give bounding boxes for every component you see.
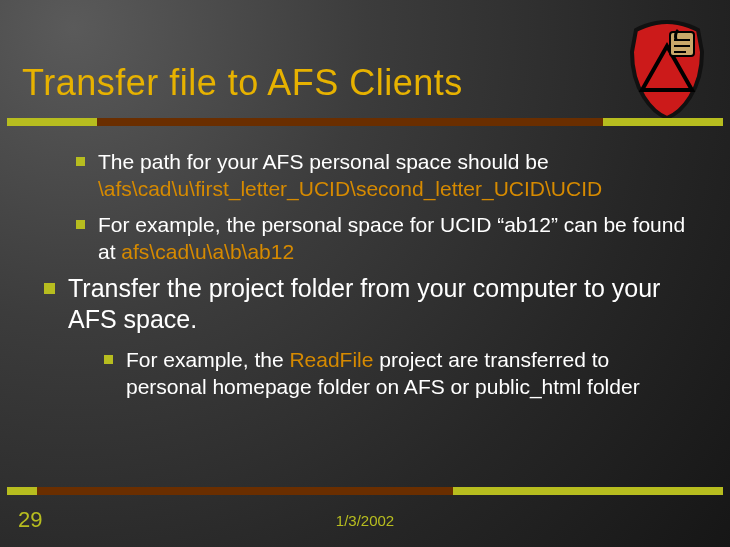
content-area: The path for your AFS personal space sho… [40,148,690,410]
bullet-text: Transfer the project folder from your co… [68,274,660,333]
afs-path-example: afs\cad\u\a\b\ab12 [121,240,294,263]
list-item: For example, the personal space for UCID… [74,211,690,266]
project-name: ReadFile [289,348,373,371]
slide: Transfer file to AFS Clients The path fo… [0,0,730,547]
list-item: The path for your AFS personal space sho… [74,148,690,203]
bullet-text: For example, the [126,348,289,371]
list-item: Transfer the project folder from your co… [40,273,690,400]
afs-path: \afs\cad\u\first_letter_UCID\second_lett… [98,177,602,200]
slide-title: Transfer file to AFS Clients [22,62,463,104]
shield-icon [626,18,708,120]
sub-bullets-upper: The path for your AFS personal space sho… [74,148,690,265]
slide-date: 1/3/2002 [0,512,730,529]
list-item: For example, the ReadFile project are tr… [102,346,690,401]
bullet-text: The path for your AFS personal space sho… [98,150,549,173]
divider-bottom [7,487,723,495]
sub-bullets-lower: For example, the ReadFile project are tr… [102,346,690,401]
main-bullets: Transfer the project folder from your co… [40,273,690,400]
divider-top [7,118,723,126]
